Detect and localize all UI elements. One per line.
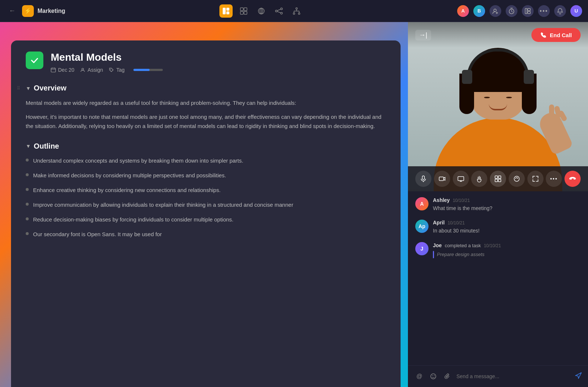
overview-body: Mental models are widely regarded as a u… <box>26 98 386 131</box>
svg-point-11 <box>280 8 282 10</box>
april-name: April <box>433 220 445 226</box>
headphone-right <box>524 70 534 84</box>
document-title: Mental Models <box>51 52 386 63</box>
april-text: In about 30 minutes! <box>433 227 581 235</box>
avatar-user2[interactable]: B <box>473 5 485 17</box>
chat-area: A Ashley 10/10/21 What time is the meeti… <box>408 191 588 365</box>
svg-rect-3 <box>240 8 243 11</box>
april-message-content: April 10/10/21 In about 30 minutes! <box>433 220 581 235</box>
effects-button[interactable] <box>509 171 525 187</box>
back-button[interactable]: ← <box>6 6 18 16</box>
finger3 <box>549 104 554 116</box>
svg-rect-1 <box>226 8 229 11</box>
topbar-center <box>65 4 457 18</box>
april-avatar: Ap <box>415 220 429 233</box>
bullet-icon <box>26 203 29 206</box>
end-call-control-button[interactable] <box>564 171 581 187</box>
list-item: Reduce decision-making biases by forcing… <box>26 215 386 224</box>
task-bar <box>433 251 434 258</box>
fullscreen-button[interactable] <box>527 171 544 187</box>
grid-icon[interactable] <box>255 4 268 18</box>
tag-meta[interactable]: Tag <box>109 67 125 73</box>
bell-icon[interactable] <box>554 5 566 17</box>
split-icon[interactable] <box>237 4 250 18</box>
svg-point-50 <box>432 375 433 376</box>
call-header: →| End Call <box>408 22 588 48</box>
overview-title: Overview <box>34 84 67 92</box>
emoji-button[interactable] <box>428 371 439 382</box>
hierarchy-icon[interactable] <box>290 4 303 18</box>
ashley-time: 10/10/21 <box>453 198 470 203</box>
send-button[interactable] <box>575 372 582 381</box>
ashley-avatar: A <box>415 197 429 210</box>
outline-list: Understand complex concepts and systems … <box>26 156 386 239</box>
svg-rect-31 <box>528 11 530 14</box>
collapse-button[interactable]: →| <box>415 30 431 40</box>
list-item: Our secondary font is Open Sans. It may … <box>26 230 386 239</box>
chat-message-april: Ap April 10/10/21 In about 30 minutes! <box>415 220 581 235</box>
share-icon[interactable] <box>272 4 286 18</box>
svg-point-12 <box>280 12 282 14</box>
outline-section: ▼ Outline Understand complex concepts an… <box>26 142 386 239</box>
ashley-meta: Ashley 10/10/21 <box>433 197 581 203</box>
joe-message-content: Joe completed a task 10/10/21 Prepare de… <box>433 242 581 258</box>
layout2-icon[interactable] <box>522 5 534 17</box>
bullet-icon <box>26 173 29 176</box>
assign-meta[interactable]: Assign <box>80 67 103 73</box>
joe-meta: Joe completed a task 10/10/21 <box>433 242 581 249</box>
svg-rect-16 <box>293 13 295 14</box>
document-header: Mental Models Dec 20 <box>26 52 386 73</box>
svg-rect-40 <box>439 177 444 181</box>
list-item: Improve communication by allowing indivi… <box>26 200 386 209</box>
svg-point-36 <box>82 68 84 70</box>
ashley-name: Ashley <box>433 197 450 203</box>
timer-icon[interactable] <box>506 5 517 17</box>
drag-handle[interactable]: ⠿ <box>17 86 20 91</box>
main-area: Mental Models Dec 20 <box>0 22 588 387</box>
add-user-icon[interactable] <box>490 5 501 17</box>
joe-avatar: J <box>415 242 429 255</box>
more-call-options-button[interactable]: ••• <box>546 171 562 187</box>
svg-rect-5 <box>240 11 243 14</box>
grid-view-button[interactable] <box>490 171 506 187</box>
task-checkbox[interactable] <box>26 52 43 69</box>
svg-rect-4 <box>244 8 247 11</box>
mic-button[interactable] <box>415 171 431 187</box>
svg-rect-29 <box>525 8 527 14</box>
svg-rect-44 <box>495 176 498 178</box>
joe-action: completed a task <box>445 242 481 249</box>
raise-hand-button[interactable] <box>471 171 487 187</box>
date-meta[interactable]: Dec 20 <box>51 67 74 73</box>
section-toggle-overview[interactable]: ▼ <box>26 85 31 91</box>
eye-right <box>506 97 512 98</box>
document-meta: Dec 20 Assign <box>51 67 386 73</box>
svg-rect-41 <box>458 177 464 181</box>
avatar-user1[interactable]: A <box>457 5 469 17</box>
section-toggle-outline[interactable]: ▼ <box>26 143 31 149</box>
chat-input-field[interactable] <box>456 373 571 379</box>
svg-rect-17 <box>298 13 300 14</box>
overview-para-2: However, it's important to note that men… <box>26 112 386 131</box>
layout-icon[interactable] <box>219 4 233 18</box>
screen-share-button[interactable] <box>453 171 469 187</box>
svg-point-37 <box>110 69 111 70</box>
chat-input-icons: @ <box>414 371 453 382</box>
svg-point-51 <box>434 375 435 376</box>
svg-rect-2 <box>226 11 229 14</box>
mention-button[interactable]: @ <box>414 371 425 382</box>
outline-title: Outline <box>34 142 59 150</box>
current-user-avatar[interactable]: U <box>570 5 582 17</box>
camera-button[interactable] <box>434 171 450 187</box>
april-meta: April 10/10/21 <box>433 220 581 226</box>
end-call-button[interactable]: End Call <box>531 28 581 42</box>
task-link[interactable]: Prepare design assets <box>437 252 484 257</box>
ashley-message-content: Ashley 10/10/21 What time is the meeting… <box>433 197 581 212</box>
more-icon[interactable]: ••• <box>538 5 550 17</box>
doc-title-area: Mental Models Dec 20 <box>51 52 386 73</box>
svg-rect-47 <box>498 179 501 182</box>
attach-button[interactable] <box>442 371 453 382</box>
topbar-right: A B ••• <box>457 5 582 17</box>
chat-message-ashley: A Ashley 10/10/21 What time is the meeti… <box>415 197 581 212</box>
headphone-left <box>462 70 472 84</box>
bullet-icon <box>26 188 29 191</box>
